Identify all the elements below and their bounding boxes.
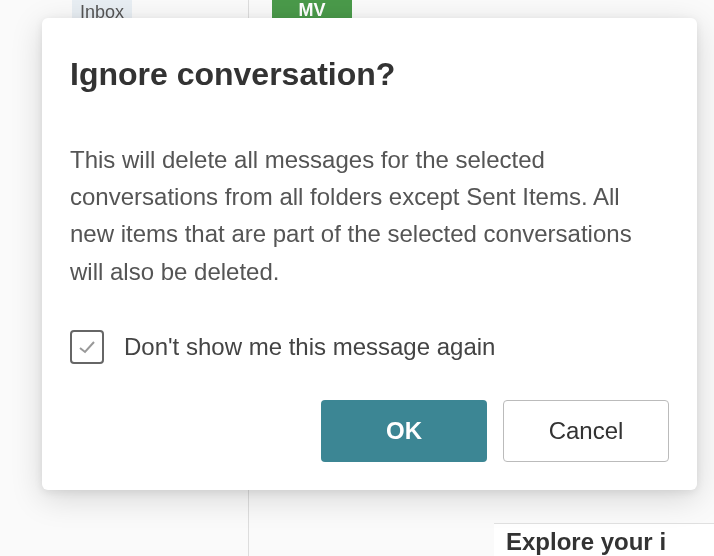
- dont-show-again-label: Don't show me this message again: [124, 333, 495, 361]
- dialog-actions: OK Cancel: [70, 400, 669, 462]
- ok-button[interactable]: OK: [321, 400, 487, 462]
- dont-show-again-row[interactable]: Don't show me this message again: [70, 330, 669, 364]
- dialog-title: Ignore conversation?: [70, 56, 669, 93]
- dialog-body-text: This will delete all messages for the se…: [70, 141, 669, 290]
- avatar: MV: [272, 0, 352, 18]
- dont-show-again-checkbox[interactable]: [70, 330, 104, 364]
- ignore-conversation-dialog: Ignore conversation? This will delete al…: [42, 18, 697, 490]
- explore-heading: Explore your i: [494, 523, 714, 556]
- checkmark-icon: [77, 337, 97, 357]
- cancel-button[interactable]: Cancel: [503, 400, 669, 462]
